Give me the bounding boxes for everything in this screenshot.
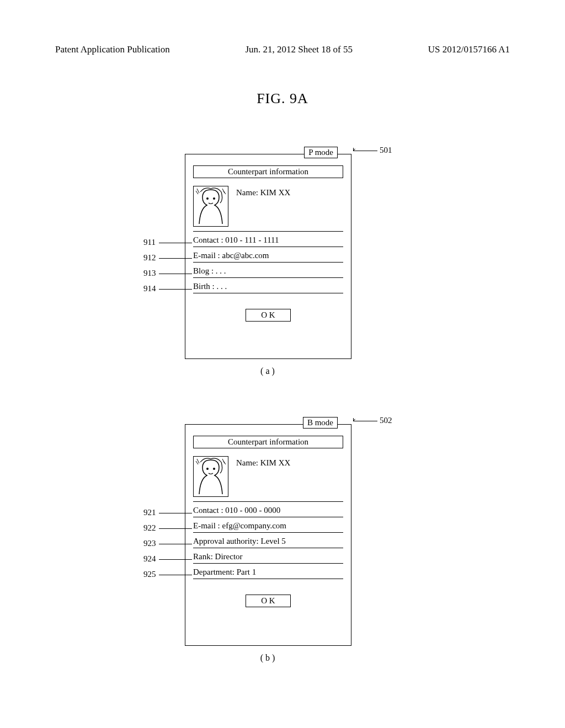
subfigure-label-a: ( a ) [185, 366, 350, 376]
field-contact-a: Contact : 010 - 111 - 1111 [193, 233, 343, 247]
ref-line-922 [159, 528, 192, 529]
header-center: Jun. 21, 2012 Sheet 18 of 55 [245, 44, 353, 55]
header-right: US 2012/0157166 A1 [428, 44, 510, 55]
mode-badge-b: B mode [303, 417, 338, 429]
field-birth-a: Birth : . . . [193, 279, 343, 293]
svg-point-2 [206, 468, 209, 470]
phone-screen-b: B mode Counterpart information Name: KIM… [185, 424, 351, 646]
figure-drawing: P mode Counterpart information Name: KIM… [50, 124, 515, 703]
divider-b [193, 501, 343, 502]
contact-name-b: Name: KIM XX [236, 456, 290, 468]
svg-point-3 [213, 468, 215, 470]
ref-line-921 [159, 513, 192, 513]
ref-501: 501 [380, 146, 392, 155]
field-email-a: E-mail : abc@abc.com [193, 248, 343, 263]
phone-screen-a: P mode Counterpart information Name: KIM… [185, 154, 351, 359]
avatar-b [193, 456, 228, 497]
ref-924: 924 [143, 554, 156, 564]
ref-line-501 [353, 151, 377, 151]
subfigure-label-b: ( b ) [185, 653, 350, 663]
ref-line-924 [159, 559, 192, 560]
person-sketch-icon [194, 186, 228, 226]
ref-914: 914 [143, 284, 156, 293]
ref-502: 502 [380, 416, 392, 425]
svg-point-1 [213, 197, 215, 200]
divider-a [193, 231, 343, 232]
ref-925: 925 [143, 570, 156, 579]
header-left: Patent Application Publication [55, 44, 170, 55]
avatar-a [193, 186, 228, 227]
ref-922: 922 [143, 523, 156, 533]
field-blog-a: Blog : . . . [193, 264, 343, 278]
patent-page: Patent Application Publication Jun. 21, … [0, 0, 565, 728]
ref-line-911 [159, 243, 192, 243]
person-sketch-icon [194, 457, 228, 496]
page-header: Patent Application Publication Jun. 21, … [50, 44, 515, 57]
contact-header-b: Name: KIM XX [185, 454, 351, 497]
ref-line-502 [353, 421, 377, 421]
ok-button-a[interactable]: O K [246, 309, 291, 322]
contact-name-a: Name: KIM XX [236, 186, 290, 197]
field-email-b: E-mail : efg@company.com [193, 518, 343, 533]
ref-911: 911 [143, 238, 156, 247]
ref-line-914 [159, 289, 192, 290]
field-department-b: Department: Part 1 [193, 565, 343, 579]
figure-title: FIG. 9A [50, 90, 515, 107]
ok-button-b[interactable]: O K [246, 595, 291, 607]
field-rank-b: Rank: Director [193, 549, 343, 564]
ref-921: 921 [143, 508, 156, 517]
contact-header-a: Name: KIM XX [185, 184, 351, 227]
ref-line-925 [159, 575, 192, 575]
counterpart-title-b: Counterpart information [193, 436, 343, 448]
mode-badge-a: P mode [304, 147, 338, 158]
ref-923: 923 [143, 539, 156, 548]
ref-line-923 [159, 544, 192, 544]
ref-line-913 [159, 274, 192, 274]
field-approval-b: Approval authority: Level 5 [193, 534, 343, 548]
ref-913: 913 [143, 269, 156, 278]
counterpart-title-a: Counterpart information [193, 165, 343, 178]
field-contact-b: Contact : 010 - 000 - 0000 [193, 503, 343, 517]
svg-point-0 [206, 197, 209, 200]
ref-912: 912 [143, 253, 156, 263]
ref-line-912 [159, 258, 192, 259]
